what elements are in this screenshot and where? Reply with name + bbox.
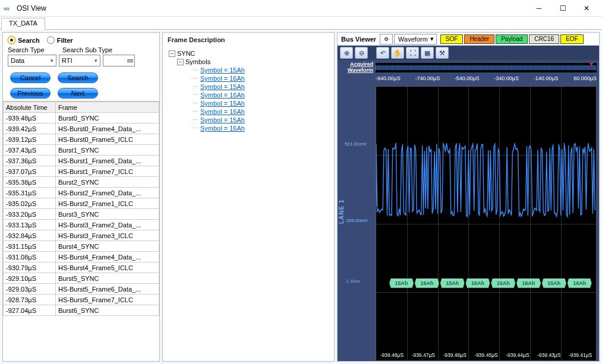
cell-frame: Burst3_SYNC bbox=[56, 209, 159, 220]
tree-node-symbol[interactable]: Symbol = 16Ah bbox=[169, 124, 328, 132]
tree-node-symbol[interactable]: Symbol = 15Ah bbox=[169, 116, 328, 124]
table-row[interactable]: -935.38µSBurst2_SYNC bbox=[4, 177, 159, 188]
table-row[interactable]: -928.73µSHS-Burst5_Frame7_ICLC bbox=[4, 295, 159, 305]
radio-filter[interactable]: Filter bbox=[47, 36, 73, 44]
view-mode-select[interactable]: Waveform▾ bbox=[394, 34, 437, 45]
table-row[interactable]: -929.03µSHS-Burst5_Frame6_Data_... bbox=[4, 284, 159, 295]
settings-button[interactable]: ⚒ bbox=[436, 47, 449, 59]
cell-frame: HS-Burst1_Frame6_Data_... bbox=[56, 156, 159, 166]
cell-frame: HS-Burst4_Frame4_Data_... bbox=[56, 252, 159, 262]
table-row[interactable]: -933.13µSHS-Burst3_Frame2_Data_... bbox=[4, 220, 159, 230]
cell-time: -933.13µS bbox=[4, 220, 56, 230]
tree-node-symbol[interactable]: Symbol = 16Ah bbox=[169, 74, 328, 83]
close-button[interactable]: ✕ bbox=[575, 0, 598, 17]
cell-frame: Burst1_SYNC bbox=[56, 145, 159, 156]
search-type-select[interactable]: Data▾ bbox=[8, 55, 56, 67]
collapse-icon[interactable]: − bbox=[177, 59, 184, 65]
cancel-button[interactable]: Cancel bbox=[10, 72, 51, 83]
tree-leaf-icon bbox=[193, 67, 198, 73]
cell-frame: Burst5_SYNC bbox=[56, 273, 159, 284]
tree-node-sync[interactable]: −SYNC bbox=[169, 49, 328, 58]
overview-waveform[interactable] bbox=[376, 63, 597, 72]
search-value-input[interactable] bbox=[103, 55, 135, 67]
overview-time-axis: -940.00µS-740.00µS-540.00µS-340.00µS-140… bbox=[338, 75, 599, 84]
table-row[interactable]: -927.04µSBurst6_SYNC bbox=[4, 305, 159, 316]
table-row[interactable]: -931.15µSBurst4_SYNC bbox=[4, 241, 159, 252]
tree-node-symbol[interactable]: Symbol = 15Ah bbox=[169, 99, 328, 107]
symbol-badge: 15Ah bbox=[440, 278, 465, 288]
table-row[interactable]: -935.02µSHS-Burst2_Frame1_ICLC bbox=[4, 198, 159, 209]
next-button[interactable]: Next bbox=[58, 88, 98, 99]
tree-leaf-icon bbox=[193, 100, 198, 106]
cell-frame: HS-Burst2_Frame1_ICLC bbox=[56, 198, 159, 209]
tree-leaf-icon bbox=[193, 125, 198, 131]
pan-button[interactable]: ✋ bbox=[391, 47, 404, 59]
table-row[interactable]: -929.10µSBurst5_SYNC bbox=[4, 273, 159, 284]
table-row[interactable]: -937.43µSBurst1_SYNC bbox=[4, 145, 159, 156]
cell-time: -939.42µS bbox=[4, 124, 56, 134]
table-row[interactable]: -939.42µSHS-Burst0_Frame4_Data_... bbox=[4, 124, 159, 134]
tab-tx-data[interactable]: TX_DATA bbox=[1, 18, 45, 30]
cell-time: -937.07µS bbox=[4, 166, 56, 177]
bus-viewer-panel: Bus Viewer ⚙ Waveform▾ SOF Header Payloa… bbox=[337, 32, 600, 362]
results-table-scroll[interactable]: Absolute Time Frame -939.48µSBurst0_SYNC… bbox=[3, 101, 159, 361]
search-button[interactable]: Search bbox=[58, 72, 98, 83]
col-frame[interactable]: Frame bbox=[56, 102, 159, 113]
tree-leaf-icon bbox=[193, 84, 198, 90]
table-row[interactable]: -937.36µSHS-Burst1_Frame6_Data_... bbox=[4, 156, 159, 166]
viewer-toolbar: ⊕ ⊖ ↶ ✋ ⛶ ▦ ⚒ bbox=[338, 46, 599, 60]
tree-leaf-icon bbox=[193, 75, 198, 81]
cell-time: -927.04µS bbox=[4, 305, 56, 316]
minimize-button[interactable]: ─ bbox=[527, 0, 551, 17]
table-row[interactable]: -939.48µSBurst0_SYNC bbox=[4, 113, 159, 124]
table-row[interactable]: -930.79µSHS-Burst4_Frame5_ICLC bbox=[4, 262, 159, 273]
table-row[interactable]: -933.20µSBurst3_SYNC bbox=[4, 209, 159, 220]
frame-description-panel: Frame Description −SYNC −Symbols Symbol … bbox=[162, 32, 335, 362]
cell-time: -935.02µS bbox=[4, 198, 56, 209]
config-button[interactable]: ⚙ bbox=[380, 34, 393, 45]
cell-frame: Burst0_SYNC bbox=[56, 113, 159, 124]
tree-node-symbols[interactable]: −Symbols bbox=[169, 58, 328, 66]
search-subtype-select[interactable]: RTI▾ bbox=[59, 55, 100, 67]
cell-time: -931.08µS bbox=[4, 252, 56, 262]
symbol-badge: 16Ah bbox=[415, 278, 439, 288]
duration-label: 1.10ns bbox=[346, 278, 360, 284]
tree-leaf-icon bbox=[193, 117, 198, 123]
tree-node-symbol[interactable]: Symbol = 16Ah bbox=[169, 107, 328, 116]
radio-search[interactable]: Search bbox=[8, 36, 40, 44]
tree-node-symbol[interactable]: Symbol = 15Ah bbox=[169, 83, 328, 91]
cell-time: -935.38µS bbox=[4, 177, 56, 188]
waveform-plot[interactable]: 15Ah16Ah15Ah16Ah15Ah16Ah15Ah16Ah -939.48… bbox=[376, 86, 597, 361]
tree-node-symbol[interactable]: Symbol = 15Ah bbox=[169, 66, 328, 74]
cell-time: -929.10µS bbox=[4, 273, 56, 284]
previous-button[interactable]: Previous bbox=[10, 88, 51, 99]
table-row[interactable]: -939.12µSHS-Burst0_Frame5_ICLC bbox=[4, 134, 159, 145]
tree-node-symbol[interactable]: Symbol = 16Ah bbox=[169, 91, 328, 99]
badge-header: Header bbox=[464, 34, 494, 44]
collapse-icon[interactable]: − bbox=[169, 50, 175, 57]
cell-frame: HS-Burst5_Frame6_Data_... bbox=[56, 284, 159, 295]
plot-time-axis: -939.48µS-939.47µS-939.46µS-939.45µS-939… bbox=[376, 352, 596, 359]
table-row[interactable]: -935.31µSHS-Burst2_Frame0_Data_... bbox=[4, 188, 159, 198]
col-time[interactable]: Absolute Time bbox=[4, 102, 56, 113]
zoom-in-button[interactable]: ⊕ bbox=[340, 47, 353, 59]
table-row[interactable]: -937.07µSHS-Burst1_Frame7_ICLC bbox=[4, 166, 159, 177]
cell-frame: Burst6_SYNC bbox=[56, 305, 159, 316]
badge-sof: SOF bbox=[440, 34, 464, 44]
fit-button[interactable]: ⛶ bbox=[406, 47, 419, 59]
maximize-button[interactable]: ☐ bbox=[551, 0, 575, 17]
symbol-badge: 15Ah bbox=[389, 278, 414, 288]
badge-crc: CRC16 bbox=[529, 34, 559, 44]
cell-time: -930.79µS bbox=[4, 262, 56, 273]
label-search-type: Search Type bbox=[8, 46, 62, 53]
zoom-out-button[interactable]: ⊖ bbox=[355, 47, 368, 59]
cell-time: -937.43µS bbox=[4, 145, 56, 156]
symbol-badge: 16Ah bbox=[568, 278, 592, 288]
table-row[interactable]: -931.08µSHS-Burst4_Frame4_Data_... bbox=[4, 252, 159, 262]
undo-button[interactable]: ↶ bbox=[376, 47, 389, 59]
table-row[interactable]: -932.84µSHS-Burst3_Frame3_ICLC bbox=[4, 230, 159, 241]
acq-button[interactable]: ▦ bbox=[421, 47, 434, 59]
cell-frame: Burst2_SYNC bbox=[56, 177, 159, 188]
cell-frame: HS-Burst5_Frame7_ICLC bbox=[56, 295, 159, 305]
symbol-badge: 16Ah bbox=[466, 278, 490, 288]
